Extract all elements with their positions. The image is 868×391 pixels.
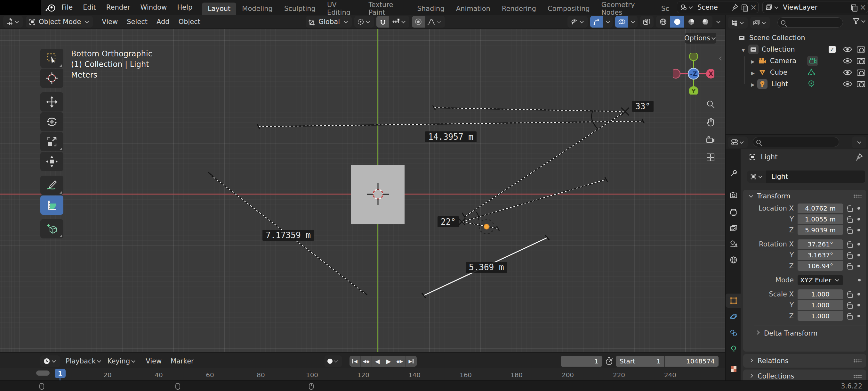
workspace-tab-modeling[interactable]: Modeling [236, 3, 278, 15]
light-data-icon[interactable] [807, 80, 815, 88]
jump-to-start-button[interactable]: ◀ [349, 356, 361, 367]
ruler-line-diag-33[interactable] [462, 112, 625, 217]
pin-icon[interactable] [856, 153, 863, 161]
workspace-tab-sculpting[interactable]: Sculpting [278, 3, 321, 15]
render-visibility-icon[interactable] [857, 58, 865, 64]
navigation-gizmo[interactable]: X Y -Z [673, 53, 714, 94]
viewport-menu-select[interactable]: Select [122, 18, 152, 26]
collection-checkbox[interactable] [829, 46, 836, 53]
outliner-editor-type-button[interactable] [728, 17, 748, 29]
timeline-menu-marker[interactable]: Marker [166, 357, 198, 365]
animate-dot-icon[interactable] [858, 229, 860, 231]
tab-object[interactable] [727, 295, 740, 307]
workspace-tab-rendering[interactable]: Rendering [496, 3, 542, 15]
animate-dot-icon[interactable] [858, 254, 860, 256]
outliner-display-mode-button[interactable] [750, 17, 770, 29]
remove-viewlayer-icon[interactable]: × [858, 3, 868, 12]
lock-icon[interactable] [847, 254, 853, 259]
animate-dot-icon[interactable] [858, 207, 860, 210]
workspace-tab-layout[interactable]: Layout [202, 3, 236, 15]
viewlayer-icon[interactable] [763, 3, 773, 11]
shading-material-button[interactable] [684, 16, 699, 28]
animate-dot-icon[interactable] [858, 243, 860, 246]
lock-icon[interactable] [847, 219, 853, 223]
menu-file[interactable]: File [56, 3, 78, 11]
transform-orientation-selector[interactable]: Global [306, 16, 352, 28]
snap-toggle-button[interactable] [376, 16, 389, 28]
tool-cursor[interactable] [40, 68, 63, 88]
tool-add-cube[interactable] [40, 219, 63, 239]
transform-panel-header[interactable]: Transform [743, 190, 866, 202]
workspace-tab-geometry-nodes[interactable]: Geometry Nodes [596, 3, 655, 15]
playhead-badge[interactable]: 1 [55, 369, 66, 378]
relations-panel[interactable]: Relations [743, 354, 866, 368]
scene-icon[interactable] [677, 3, 687, 11]
workspace-tab-animation[interactable]: Animation [450, 3, 496, 15]
pin-icon[interactable] [731, 4, 740, 11]
animate-dot-icon[interactable] [858, 293, 860, 296]
frame-start-field[interactable]: Start 1 [616, 356, 664, 367]
tab-scene[interactable] [727, 238, 740, 250]
show-gizmo-button[interactable] [590, 16, 603, 28]
ruler-line-ray-lower[interactable] [462, 222, 499, 231]
row-label[interactable]: Light [771, 80, 788, 88]
viewlayer-selector[interactable]: ViewLayer × [763, 2, 868, 13]
pan-view-icon[interactable] [704, 116, 717, 129]
current-frame-field[interactable]: 1 [561, 356, 602, 367]
render-visibility-icon[interactable] [857, 47, 865, 53]
menu-edit[interactable]: Edit [78, 3, 101, 11]
rotation-z-field[interactable]: 106.94° [798, 261, 843, 271]
object-browse-button[interactable] [747, 170, 766, 183]
unlink-scene-icon[interactable]: × [749, 3, 758, 12]
lock-icon[interactable] [847, 208, 853, 212]
options-button[interactable]: Options [685, 33, 716, 44]
tab-constraints[interactable] [727, 327, 740, 339]
tool-select-box[interactable] [40, 49, 63, 68]
outliner-row-cube[interactable]: Cube [725, 67, 868, 78]
viewport-menu-view[interactable]: View [97, 18, 122, 26]
toggle-ortho-icon[interactable] [704, 151, 717, 164]
expand-icon[interactable] [742, 46, 745, 53]
tool-scale[interactable] [40, 132, 63, 151]
animate-dot-icon[interactable] [858, 218, 860, 221]
scale-y-field[interactable]: 1.000 [798, 300, 843, 310]
properties-editor-type-button[interactable] [728, 137, 748, 148]
workspace-tab-shading[interactable]: Shading [411, 3, 450, 15]
lock-icon[interactable] [847, 266, 853, 270]
shading-wireframe-button[interactable] [656, 16, 670, 28]
outliner-row-light[interactable]: Light [725, 78, 868, 90]
lock-icon[interactable] [847, 229, 853, 234]
snap-settings-button[interactable] [389, 16, 409, 28]
hide-eye-icon[interactable] [843, 47, 852, 52]
scale-x-field[interactable]: 1.000 [798, 289, 843, 299]
rotation-y-field[interactable]: 3.1637° [798, 250, 843, 260]
keying-menu[interactable]: Keying [107, 357, 137, 365]
scale-z-field[interactable]: 1.000 [798, 311, 843, 321]
filter-chevron-icon[interactable] [861, 19, 865, 23]
render-visibility-icon[interactable] [857, 69, 865, 76]
show-object-types-button[interactable] [567, 16, 588, 28]
tab-view-layer[interactable] [727, 222, 740, 234]
tab-tool[interactable] [727, 167, 740, 179]
viewport-3d[interactable]: Bottom Orthographic (1) Collection | Lig… [0, 29, 725, 352]
pivot-point-selector[interactable] [354, 16, 374, 28]
timeline-scrollbar[interactable] [36, 370, 50, 375]
axis-z-handle[interactable]: -Z [688, 68, 699, 79]
panel-grip-icon[interactable] [853, 374, 862, 378]
location-z-field[interactable]: 5.9039 m [798, 225, 843, 235]
delta-transform-subpanel[interactable]: Delta Transform [754, 326, 866, 339]
object-name-field[interactable]: Light [766, 170, 865, 183]
tool-annotate[interactable] [40, 176, 63, 195]
timeline-menu-view[interactable]: View [141, 357, 166, 365]
editor-type-button[interactable] [3, 16, 23, 28]
ruler-line-top[interactable] [433, 106, 623, 112]
play-button[interactable]: ▶ [383, 356, 394, 367]
new-viewlayer-icon[interactable] [851, 4, 856, 10]
use-preview-range-icon[interactable] [605, 357, 613, 366]
playback-menu[interactable]: Playback [66, 357, 102, 365]
shading-rendered-button[interactable] [699, 16, 712, 28]
location-y-field[interactable]: 1.0055 m [798, 215, 843, 224]
outliner-row-scene-collection[interactable]: Scene Collection [725, 32, 868, 44]
ruler-line-length[interactable] [257, 119, 644, 129]
render-visibility-icon[interactable] [857, 81, 865, 87]
